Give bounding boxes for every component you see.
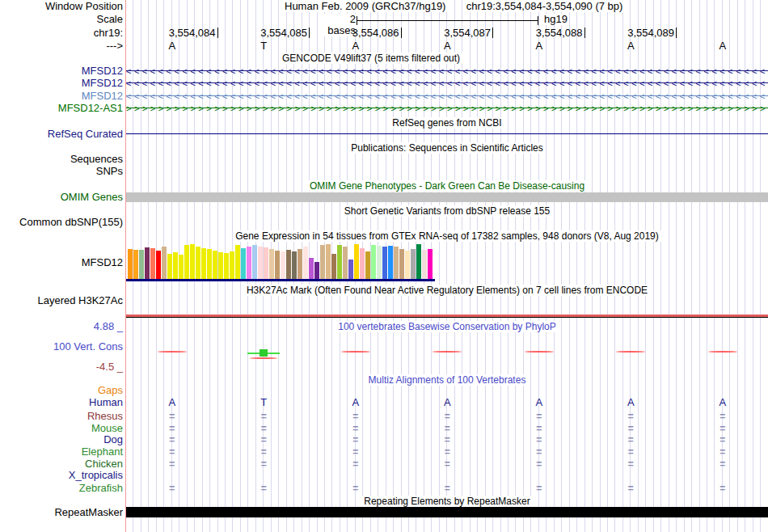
species-label-chicken[interactable]: Chicken [85,458,123,470]
track-title-omim[interactable]: OMIM Gene Phenotypes - Dark Green Can Be… [307,180,587,192]
species-label-x_tropicalis[interactable]: X_tropicalis [69,470,123,481]
gtex-tissue-bar[interactable] [422,250,427,279]
gtex-tissue-bar[interactable] [281,251,285,279]
gtex-tissue-bar[interactable] [309,258,314,279]
gtex-tissue-bar[interactable] [258,247,263,279]
gtex-tissue-bar[interactable] [343,247,348,279]
gtex-tissue-bar[interactable] [320,245,325,279]
gtex-tissue-bar[interactable] [133,250,138,279]
track-title-repeatmasker[interactable]: Repeating Elements by RepeatMasker [361,496,532,507]
gtex-tissue-bar[interactable] [377,246,382,279]
gtex-tissue-bar[interactable] [269,249,274,279]
gtex-tissue-bar[interactable] [405,251,410,279]
repeatmasker-bar[interactable] [126,507,768,517]
alignment-match-mark: = [677,446,768,458]
gene-strand-line[interactable]: <<<<<<<<<<<<<<<<<<<<<<<<<<<<<<<<<<<<<<<<… [126,65,768,77]
gtex-tissue-bar[interactable] [179,255,184,279]
gtex-tissue-bar[interactable] [337,245,342,279]
gene-strand-line[interactable]: >>>>>>>>>>>>>>>>>>>>>>>>>>>>>>>>>>>>>>>>… [126,103,768,114]
gene-label-mfsd12[interactable]: MFSD12 [82,78,123,89]
species-label-dog[interactable]: Dog [103,434,123,445]
conservation-negative-mark [250,357,277,359]
gtex-tissue-bar[interactable] [394,247,399,279]
strand-direction-label[interactable]: ---> [106,40,123,52]
gtex-tissue-bar[interactable] [388,246,393,279]
gtex-tissue-bar[interactable] [173,252,178,279]
gtex-tissue-bar[interactable] [275,251,280,279]
track-title-dbsnp[interactable]: Short Genetic Variants from dbSNP releas… [342,205,552,217]
gtex-tissue-bar[interactable] [207,249,212,279]
track-label-refseq-curated[interactable]: RefSeq Curated [48,129,123,140]
gtex-tissue-bar[interactable] [428,249,433,279]
track-title-publications[interactable]: Publications: Sequences in Scientific Ar… [348,142,545,154]
gtex-tissue-bar[interactable] [314,262,319,279]
gtex-tissue-bar[interactable] [331,254,336,279]
track-title-refseq[interactable]: RefSeq genes from NCBI [390,117,504,129]
species-label-rhesus[interactable]: Rhesus [87,411,123,422]
gtex-tissue-bar[interactable] [365,251,370,279]
gtex-tissue-bar[interactable] [297,249,302,279]
gtex-tissue-bar[interactable] [184,245,189,279]
track-title-gtex[interactable]: Gene Expression in 54 tissues from GTEx … [233,230,661,242]
gtex-tissue-bar[interactable] [292,251,297,279]
gtex-tissue-bar[interactable] [190,244,195,279]
gtex-tissue-bar[interactable] [354,244,359,279]
species-label-zebrafish[interactable]: Zebrafish [79,483,123,494]
gene-strand-line[interactable]: <<<<<<<<<<<<<<<<<<<<<<<<<<<<<<<<<<<<<<<<… [126,78,768,89]
gtex-tissue-bar[interactable] [252,245,257,279]
gtex-tissue-bar[interactable] [326,244,331,279]
gene-strand-line[interactable]: <<<<<<<<<<<<<<<<<<<<<<<<<<<<<<<<<<<<<<<<… [126,91,768,102]
gtex-tissue-bar[interactable] [348,260,353,279]
track-label-omim-genes[interactable]: OMIM Genes [61,192,123,203]
omim-gene-bar[interactable] [126,192,768,202]
gtex-tissue-bar[interactable] [303,247,308,279]
track-title-gencode[interactable]: GENCODE V49lift37 (5 items filtered out) [280,53,462,64]
scale-ruler-right-tick [538,16,538,25]
track-label-repeatmasker[interactable]: RepeatMasker [54,507,123,518]
track-label-sequences[interactable]: Sequences [70,154,123,165]
gtex-tissue-bar[interactable] [371,245,376,279]
gene-label-mfsd12[interactable]: MFSD12 [82,65,123,77]
gtex-tissue-bar[interactable] [213,251,217,279]
gtex-tissue-bar[interactable] [241,248,246,279]
gtex-tissue-bar[interactable] [162,247,167,279]
track-title-conservation[interactable]: 100 vertebrates Basewise Conservation by… [335,321,558,332]
track-label-snps[interactable]: SNPs [96,166,123,177]
species-label-mouse[interactable]: Mouse [91,423,123,434]
track-title-multiz[interactable]: Multiz Alignments of 100 Vertebrates [366,374,529,386]
refseq-gene-line[interactable] [126,133,768,134]
gtex-tissue-bar[interactable] [247,247,251,279]
alignment-match-mark: = [493,458,585,470]
gtex-tissue-bar[interactable] [156,251,161,279]
gtex-tissue-bar[interactable] [399,249,404,279]
species-label-elephant[interactable]: Elephant [82,446,123,458]
gtex-tissue-bar[interactable] [145,247,150,279]
track-label-gtex-gene[interactable]: MFSD12 [82,257,123,268]
gtex-tissue-bar[interactable] [128,249,133,279]
alignment-match-mark: = [402,446,494,458]
gtex-tissue-bar[interactable] [150,248,155,279]
gene-label-mfsd12[interactable]: MFSD12 [82,91,123,102]
gtex-tissue-bar[interactable] [196,247,200,279]
gtex-tissue-bar[interactable] [411,249,416,279]
gtex-tissue-bar[interactable] [201,248,206,279]
gtex-tissue-bar[interactable] [360,248,365,279]
gtex-tissue-bar[interactable] [382,247,387,279]
gtex-tissue-bar[interactable] [224,253,229,279]
gene-label-mfsd12-as1[interactable]: MFSD12-AS1 [58,103,123,114]
track-title-h3k27ac[interactable]: H3K27Ac Mark (Often Found Near Active Re… [244,285,650,296]
gtex-tissue-bar[interactable] [167,254,172,279]
gtex-tissue-bar[interactable] [139,250,144,279]
alignment-match-mark: = [402,411,494,422]
species-label-human[interactable]: Human [89,397,123,408]
gtex-tissue-bar[interactable] [218,252,223,279]
gtex-tissue-bar[interactable] [235,245,240,279]
track-label-layered-h3k27ac[interactable]: Layered H3K27Ac [37,295,123,306]
track-label-100-vert-cons[interactable]: 100 Vert. Cons [53,341,123,353]
gtex-tissue-bar[interactable] [230,251,234,279]
track-label-gaps[interactable]: Gaps [98,385,123,396]
gtex-tissue-bar[interactable] [416,244,421,279]
track-label-common-dbsnp[interactable]: Common dbSNP(155) [19,217,123,228]
gtex-tissue-bar[interactable] [264,247,268,279]
gtex-tissue-bar[interactable] [286,250,291,279]
